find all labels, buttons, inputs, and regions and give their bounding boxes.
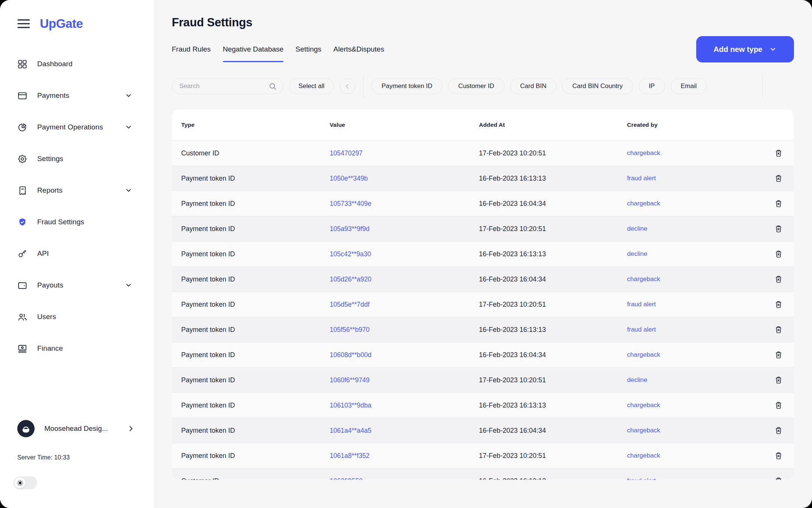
- cell-value-link[interactable]: 1050e**349b: [330, 175, 479, 183]
- cell-added-at: 16-Feb-2023 16:13:13: [479, 175, 627, 183]
- cell-created-by-link[interactable]: chargeback: [627, 427, 762, 434]
- sidebar-item-finance[interactable]: Finance: [0, 333, 154, 364]
- tab-settings[interactable]: Settings: [295, 36, 321, 62]
- cell-type: Payment token ID: [181, 351, 330, 359]
- cell-value-link[interactable]: 10608d**b00d: [330, 351, 479, 359]
- trash-icon: [774, 149, 783, 158]
- table-row: Customer ID 105470297 17-Feb-2023 10:20:…: [172, 141, 794, 166]
- cell-value-link[interactable]: 105f56**b970: [330, 326, 479, 334]
- delete-row-button[interactable]: [772, 197, 785, 210]
- chevron-left-button[interactable]: [339, 78, 355, 94]
- cell-created-by-link[interactable]: decline: [627, 225, 762, 233]
- table-row: Payment token ID 1060f6**9749 17-Feb-202…: [172, 368, 794, 393]
- tab-alerts-disputes[interactable]: Alerts&Disputes: [333, 36, 384, 62]
- cell-created-by-link[interactable]: decline: [627, 250, 762, 258]
- type-chip-card-bin[interactable]: Card BIN: [510, 78, 557, 94]
- type-chip-card-bin-country[interactable]: Card BIN Country: [562, 78, 633, 94]
- select-all-button[interactable]: Select all: [289, 78, 334, 94]
- cell-value-link[interactable]: 105c42**9a30: [330, 250, 479, 258]
- trash-icon: [774, 476, 783, 480]
- cell-created-by-link[interactable]: chargeback: [627, 402, 762, 409]
- sidebar: UpGate Dashboard Payments Payment Operat…: [0, 0, 154, 508]
- cell-created-by-link[interactable]: fraud alert: [627, 326, 762, 333]
- cell-added-at: 17-Feb-2023 10:20:51: [479, 452, 627, 460]
- table-body: Customer ID 105470297 17-Feb-2023 10:20:…: [172, 141, 794, 480]
- cell-created-by-link[interactable]: chargeback: [627, 452, 762, 459]
- cell-value-link[interactable]: 105a93**9f9d: [330, 225, 479, 233]
- page-title: Fraud Settings: [172, 0, 794, 29]
- sidebar-item-label: API: [37, 249, 49, 258]
- receipt-icon: [17, 186, 27, 196]
- sidebar-item-label: Reports: [37, 186, 62, 195]
- cell-value-link[interactable]: 105d26**a920: [330, 275, 479, 283]
- tab-fraud-rules[interactable]: Fraud Rules: [172, 36, 211, 62]
- table-row: Payment token ID 105a93**9f9d 17-Feb-202…: [172, 216, 794, 242]
- cell-created-by-link[interactable]: chargeback: [627, 200, 762, 207]
- cell-created-by-link[interactable]: chargeback: [627, 275, 762, 283]
- delete-row-button[interactable]: [772, 374, 785, 386]
- delete-row-button[interactable]: [772, 424, 785, 437]
- delete-row-button[interactable]: [772, 475, 785, 480]
- cell-added-at: 16-Feb-2023 16:13:13: [479, 326, 627, 334]
- sidebar-item-settings[interactable]: Settings: [0, 143, 154, 175]
- cell-created-by-link[interactable]: chargeback: [627, 149, 762, 157]
- table-header: Type Value Added At Created by: [172, 110, 794, 141]
- account-switcher[interactable]: Moosehead Desig...: [17, 420, 135, 437]
- cell-type: Payment token ID: [181, 301, 330, 309]
- delete-row-button[interactable]: [772, 323, 785, 336]
- trash-icon: [774, 199, 783, 208]
- table-row: Payment token ID 1061a8**f352 17-Feb-202…: [172, 443, 794, 468]
- delete-row-button[interactable]: [772, 449, 785, 462]
- type-chip-ip[interactable]: IP: [639, 78, 665, 94]
- table-row: Payment token ID 105c42**9a30 16-Feb-202…: [172, 242, 794, 267]
- cell-value-link[interactable]: 1060f6**9749: [330, 376, 479, 384]
- trash-icon: [774, 275, 783, 284]
- delete-row-button[interactable]: [772, 222, 785, 235]
- tab-negative-database[interactable]: Negative Database: [223, 36, 284, 62]
- sidebar-item-dashboard[interactable]: Dashboard: [0, 48, 154, 80]
- cell-type: Payment token ID: [181, 376, 330, 384]
- type-chip-customer-id[interactable]: Customer ID: [448, 78, 504, 94]
- sidebar-item-payouts[interactable]: Payouts: [0, 269, 154, 301]
- search-input[interactable]: [179, 82, 265, 90]
- delete-row-button[interactable]: [772, 348, 785, 361]
- delete-row-button[interactable]: [772, 172, 785, 185]
- server-time: Server Time: 10:33: [17, 454, 70, 461]
- cell-value-link[interactable]: 106103**9dba: [330, 402, 479, 409]
- cell-type: Payment token ID: [181, 427, 330, 435]
- cell-value-link[interactable]: 106269550: [330, 477, 479, 480]
- theme-toggle[interactable]: [14, 476, 37, 489]
- delete-row-button[interactable]: [772, 273, 785, 286]
- cell-created-by-link[interactable]: chargeback: [627, 351, 762, 359]
- delete-row-button[interactable]: [772, 399, 785, 412]
- column-header-created: Created by: [627, 122, 762, 128]
- hamburger-menu-icon[interactable]: [17, 18, 31, 29]
- sidebar-item-payment-operations[interactable]: Payment Operations: [0, 111, 154, 143]
- type-chip-payment-token-id[interactable]: Payment token ID: [371, 78, 442, 94]
- cell-value-link[interactable]: 105733**409e: [330, 200, 479, 208]
- sidebar-item-api[interactable]: API: [0, 238, 154, 269]
- chevron-down-icon: [125, 281, 132, 289]
- delete-row-button[interactable]: [772, 147, 785, 160]
- trash-icon: [774, 401, 783, 410]
- sidebar-item-reports[interactable]: Reports: [0, 175, 154, 206]
- cell-value-link[interactable]: 105d5e**7ddf: [330, 301, 479, 309]
- cell-added-at: 17-Feb-2023 10:20:51: [479, 225, 627, 233]
- cell-created-by-link[interactable]: fraud alert: [627, 301, 762, 308]
- cell-created-by-link[interactable]: fraud alert: [627, 477, 762, 480]
- add-new-type-button[interactable]: Add new type: [696, 36, 794, 62]
- delete-row-button[interactable]: [772, 248, 785, 260]
- cell-value-link[interactable]: 1061a4**a4a5: [330, 427, 479, 435]
- cell-value-link[interactable]: 1061a8**f352: [330, 452, 479, 460]
- delete-row-button[interactable]: [772, 298, 785, 311]
- cell-created-by-link[interactable]: decline: [627, 376, 762, 384]
- cell-type: Payment token ID: [181, 250, 330, 258]
- cell-value-link[interactable]: 105470297: [330, 149, 479, 157]
- pie-chart-icon: [17, 122, 27, 132]
- sidebar-item-users[interactable]: Users: [0, 301, 154, 333]
- sidebar-item-payments[interactable]: Payments: [0, 80, 154, 111]
- cell-created-by-link[interactable]: fraud alert: [627, 175, 762, 182]
- grid-icon: [17, 59, 27, 69]
- type-chip-email[interactable]: Email: [671, 78, 707, 94]
- sidebar-item-fraud-settings[interactable]: Fraud Settings: [0, 206, 154, 238]
